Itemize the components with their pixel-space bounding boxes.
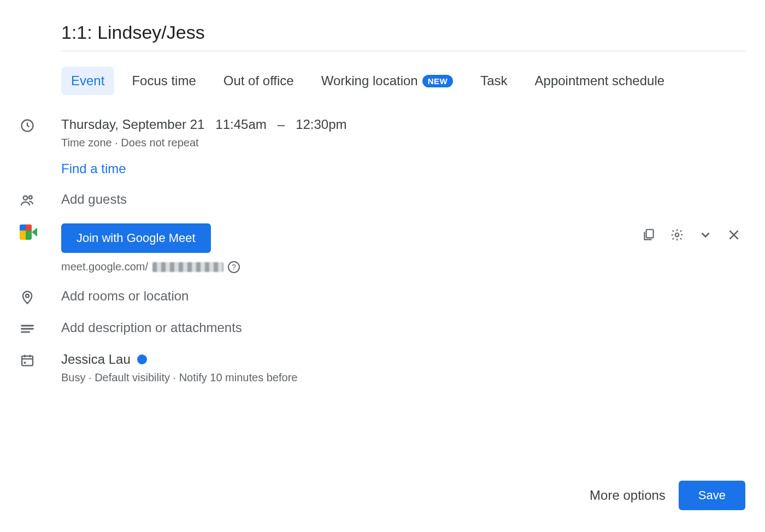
- meet-link-prefix: meet.google.com/: [61, 261, 148, 273]
- time-dash: –: [278, 117, 285, 132]
- notification-setting[interactable]: Notify 10 minutes before: [179, 371, 298, 383]
- description-icon: [20, 320, 61, 336]
- tab-out-of-office[interactable]: Out of office: [214, 67, 304, 95]
- google-meet-icon: [20, 223, 61, 240]
- visibility-status[interactable]: Default visibility: [95, 371, 170, 383]
- meet-link-code-redacted: [152, 262, 223, 272]
- calendar-icon: [20, 352, 61, 368]
- tab-appointment-schedule[interactable]: Appointment schedule: [525, 67, 675, 95]
- svg-rect-6: [22, 356, 33, 366]
- separator: ·: [85, 371, 95, 383]
- tab-label: Focus time: [132, 73, 196, 88]
- tab-event[interactable]: Event: [61, 67, 114, 95]
- tab-focus-time[interactable]: Focus time: [122, 67, 205, 95]
- add-location-field[interactable]: Add rooms or location: [61, 288, 745, 304]
- add-guests-field[interactable]: Add guests: [61, 192, 745, 207]
- timezone-link[interactable]: Time zone: [61, 137, 112, 149]
- tab-label: Out of office: [223, 73, 294, 88]
- calendar-owner[interactable]: Jessica Lau: [61, 352, 745, 367]
- close-icon[interactable]: [727, 228, 741, 242]
- add-description-field[interactable]: Add description or attachments: [61, 320, 745, 335]
- separator: ·: [170, 371, 179, 383]
- event-end-time[interactable]: 12:30pm: [296, 117, 346, 132]
- svg-point-5: [26, 294, 29, 298]
- gear-icon[interactable]: [670, 228, 684, 242]
- tab-working-location[interactable]: Working location NEW: [311, 67, 463, 95]
- location-pin-icon: [20, 288, 61, 305]
- people-icon: [20, 192, 61, 208]
- svg-rect-3: [646, 229, 654, 238]
- svg-point-2: [29, 196, 32, 199]
- tab-task[interactable]: Task: [470, 67, 517, 95]
- tab-label: Working location: [321, 73, 418, 88]
- calendar-color-dot: [137, 354, 147, 364]
- tab-label: Appointment schedule: [535, 73, 665, 88]
- recurrence-link[interactable]: Does not repeat: [121, 137, 198, 149]
- svg-point-1: [23, 196, 27, 200]
- chevron-down-icon[interactable]: [698, 228, 713, 242]
- separator: ·: [112, 137, 121, 149]
- calendar-owner-name: Jessica Lau: [61, 352, 131, 367]
- tab-label: Task: [480, 73, 507, 88]
- svg-rect-7: [24, 362, 26, 364]
- event-start-time[interactable]: 11:45am: [215, 117, 266, 132]
- event-type-tabs: Event Focus time Out of office Working l…: [61, 67, 745, 95]
- event-title-input[interactable]: [61, 17, 745, 51]
- join-google-meet-button[interactable]: Join with Google Meet: [61, 223, 211, 253]
- help-icon[interactable]: ?: [228, 261, 240, 273]
- copy-icon[interactable]: [642, 228, 656, 242]
- busy-status[interactable]: Busy: [61, 371, 85, 383]
- find-a-time-link[interactable]: Find a time: [61, 161, 745, 176]
- new-badge: NEW: [422, 75, 454, 87]
- tab-label: Event: [71, 73, 104, 88]
- save-button[interactable]: Save: [679, 481, 745, 510]
- event-date[interactable]: Thursday, September 21: [61, 117, 204, 132]
- svg-point-4: [675, 233, 679, 237]
- clock-icon: [20, 117, 61, 133]
- more-options-button[interactable]: More options: [590, 488, 666, 503]
